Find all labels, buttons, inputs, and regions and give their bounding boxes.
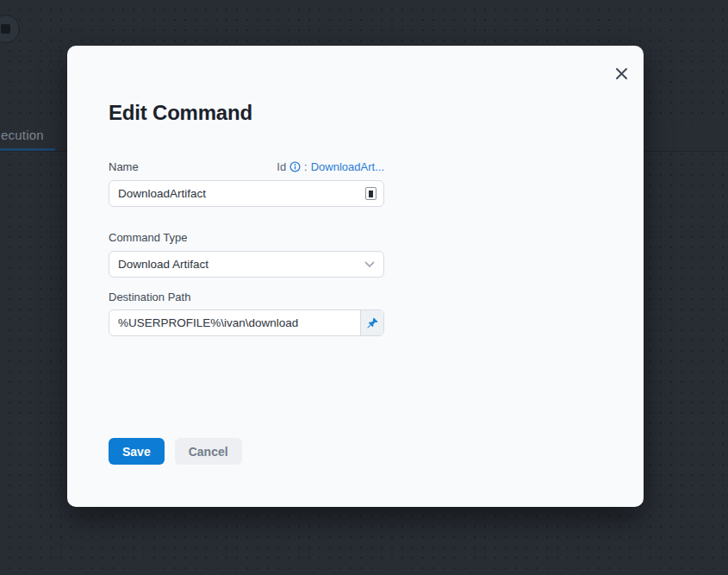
modal-actions: Save Cancel xyxy=(109,438,242,465)
chevron-down-icon xyxy=(364,261,375,268)
autofill-icon xyxy=(365,187,376,200)
destination-input-wrapper xyxy=(109,309,384,336)
destination-path-input[interactable] xyxy=(109,310,360,335)
info-icon[interactable] xyxy=(289,161,301,172)
destination-path-label: Destination Path xyxy=(109,291,190,303)
cancel-button[interactable]: Cancel xyxy=(175,438,242,465)
name-label: Name xyxy=(109,160,139,173)
save-button[interactable]: Save xyxy=(109,438,165,465)
edit-command-modal: Edit Command Name Id : DownloadArt... Co… xyxy=(67,46,644,507)
close-button[interactable] xyxy=(611,63,632,84)
pushpin-icon xyxy=(366,316,379,329)
command-type-label: Command Type xyxy=(109,231,188,244)
name-input-wrapper xyxy=(109,180,384,207)
command-type-select[interactable]: Download Artifact xyxy=(109,251,384,278)
id-value-link[interactable]: DownloadArt... xyxy=(311,160,384,173)
id-label: Id xyxy=(277,160,286,173)
pin-button[interactable] xyxy=(360,310,383,335)
name-field-header: Name Id : DownloadArt... xyxy=(109,160,384,173)
command-type-value: Download Artifact xyxy=(118,258,208,271)
stop-icon xyxy=(1,24,10,34)
modal-title: Edit Command xyxy=(109,101,252,125)
id-separator: : xyxy=(304,160,308,173)
active-tab-indicator xyxy=(0,148,55,151)
name-input[interactable] xyxy=(109,181,365,206)
tab-execution[interactable]: ecution xyxy=(1,128,44,142)
id-group: Id : DownloadArt... xyxy=(277,160,384,173)
close-icon xyxy=(615,67,628,80)
